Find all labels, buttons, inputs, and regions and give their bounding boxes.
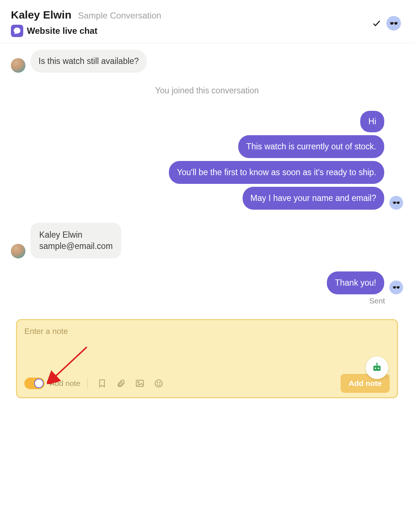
bookmark-icon[interactable]	[97, 379, 107, 388]
svg-point-10	[159, 382, 160, 383]
bot-badge[interactable]	[366, 356, 388, 379]
message-bubble: Hi	[360, 111, 384, 132]
conversation-header: Kaley Elwin Sample Conversation Website …	[0, 0, 414, 43]
svg-point-1	[375, 368, 376, 369]
svg-point-8	[155, 380, 162, 387]
message-bubble: Kaley Elwin sample@email.com	[31, 223, 121, 258]
svg-point-9	[157, 382, 158, 383]
note-input[interactable]	[24, 327, 390, 370]
contact-name: Kaley Elwin	[11, 9, 72, 21]
agent-avatar: 🕶️	[389, 196, 403, 210]
message-row-incoming: Is this watch still available?	[11, 50, 403, 73]
toggle-label: Add note	[50, 379, 80, 388]
message-line: Kaley Elwin	[39, 229, 113, 241]
title-row: Kaley Elwin Sample Conversation	[11, 9, 161, 21]
message-status: Sent	[11, 297, 385, 305]
message-group-outgoing: Hi This watch is currently out of stock.…	[11, 111, 403, 210]
agent-avatar[interactable]: 🕶️	[386, 16, 401, 31]
user-avatar	[11, 244, 25, 258]
message-line: sample@email.com	[39, 241, 113, 252]
conversation-thread: Is this watch still available? You joine…	[0, 43, 414, 313]
message-bubble: Is this watch still available?	[31, 50, 147, 73]
sunglasses-emoji: 🕶️	[389, 19, 398, 28]
note-toolbar: Add note Add note	[24, 374, 390, 393]
message-bubble: May I have your name and email?	[243, 187, 384, 210]
header-right: 🕶️	[372, 16, 401, 31]
note-mode-toggle[interactable]	[24, 378, 45, 389]
channel-row: Website live chat	[11, 25, 161, 37]
note-composer: ⋰ Add note Add note	[16, 319, 398, 398]
svg-point-7	[138, 382, 139, 383]
sunglasses-emoji: 🕶️	[392, 199, 400, 207]
agent-avatar: 🕶️	[389, 281, 403, 294]
note-toolbar-left: Add note	[24, 378, 166, 389]
bubble-stack: Hi This watch is currently out of stock.…	[169, 111, 384, 210]
resize-handle-icon[interactable]: ⋰	[385, 374, 390, 380]
image-icon[interactable]	[135, 379, 145, 388]
channel-label: Website live chat	[27, 26, 97, 36]
header-left: Kaley Elwin Sample Conversation Website …	[11, 9, 161, 37]
svg-point-2	[378, 368, 379, 369]
toggle-knob	[34, 379, 44, 388]
sunglasses-emoji: 🕶️	[392, 283, 400, 291]
toolbar-divider	[88, 378, 88, 389]
emoji-icon[interactable]	[154, 379, 163, 388]
conversation-subtitle: Sample Conversation	[78, 11, 161, 21]
svg-point-4	[376, 363, 378, 364]
message-bubble: You'll be the first to know as soon as i…	[169, 161, 384, 184]
message-row-incoming: Kaley Elwin sample@email.com	[11, 223, 403, 258]
user-avatar	[11, 58, 25, 73]
svg-rect-0	[373, 366, 381, 371]
chat-channel-icon	[11, 25, 23, 37]
message-bubble: This watch is currently out of stock.	[238, 135, 384, 158]
system-message: You joined this conversation	[11, 86, 403, 96]
message-row-outgoing: Thank you! 🕶️	[11, 271, 403, 294]
attachment-icon[interactable]	[116, 379, 126, 388]
checkmark-icon[interactable]	[372, 19, 381, 28]
message-bubble: Thank you!	[327, 271, 384, 294]
